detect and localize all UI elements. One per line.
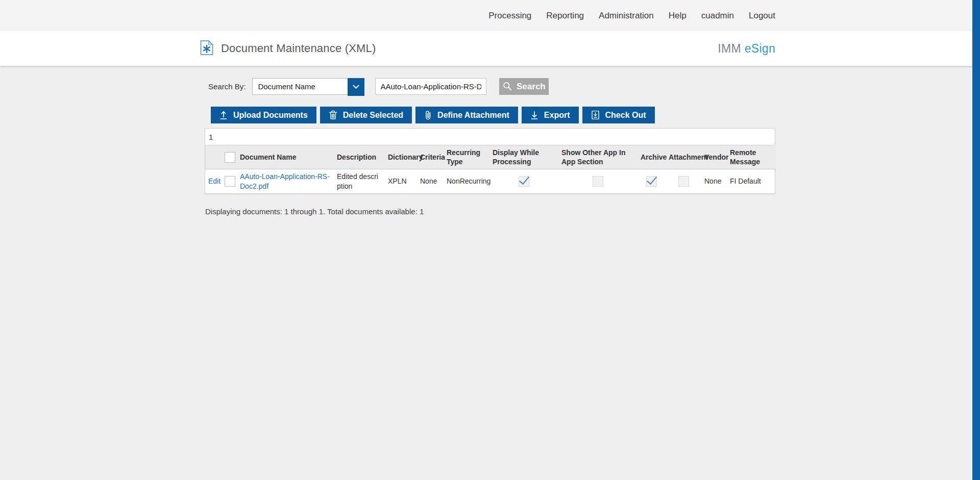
dropdown-arrow-button[interactable] [348,78,364,96]
select-all-header [222,145,237,169]
search-button-label: Search [517,82,546,92]
nav-item-processing[interactable]: Processing [488,11,531,21]
checkout-document-icon [591,110,600,120]
nav-item-logout[interactable]: Logout [749,11,775,21]
col-remote-message: Remote Message [727,145,776,169]
trash-icon [329,110,337,120]
export-button[interactable]: Export [522,107,579,123]
vendor-cell: None [701,169,727,193]
search-button[interactable]: Search [499,78,549,95]
display-while-processing-checkbox [519,176,529,187]
logo-text-imm: IMM [718,42,744,55]
archive-checkbox [646,176,657,187]
search-by-label: Search By: [208,82,246,91]
documents-summary: Displaying documents: 1 through 1. Total… [205,207,775,216]
define-attachment-label: Define Attachment [437,111,509,120]
logo-text-esign: eSign [745,42,775,55]
col-document-name: Document Name [237,145,334,169]
pager-bar: 1 [205,129,775,145]
document-name-link[interactable]: AAuto-Loan-Application-RS-Doc2.pdf [240,172,330,190]
upload-icon [219,110,228,120]
documents-table-panel: 1 Document Name Description Dic [205,128,775,194]
remote-message-cell: FI Default [727,169,776,193]
xml-document-icon [200,40,213,58]
recurring-type-cell: NonRecurring [444,169,489,193]
right-edge-scrollbar[interactable] [972,0,980,480]
col-criteria: Criteria [417,145,444,169]
show-other-app-checkbox [593,176,603,187]
col-display-while-processing: Display While Processing [489,145,558,169]
nav-item-administration[interactable]: Administration [599,11,654,21]
table-row: Edit AAuto-Loan-Application-RS-Doc2.pdf … [205,169,776,193]
documents-table: Document Name Description Dictionary Cri… [205,145,776,194]
chevron-down-icon [353,82,360,89]
description-cell: Edited description [334,169,385,193]
edit-link[interactable]: Edit [208,177,220,185]
upload-documents-label: Upload Documents [233,111,308,120]
col-vendor: Vendor [701,145,727,169]
row-select-checkbox[interactable] [225,176,235,187]
col-show-other-app: Show Other App In App Section [558,145,638,169]
check-out-label: Check Out [605,111,646,120]
search-input[interactable] [375,78,486,95]
criteria-cell: None [417,169,444,193]
edit-column-header [205,145,222,169]
col-recurring-type: Recurring Type [444,145,489,169]
delete-selected-button[interactable]: Delete Selected [320,107,412,123]
check-out-button[interactable]: Check Out [582,107,655,123]
page-number[interactable]: 1 [205,133,213,141]
dictionary-cell: XPLN [385,169,417,193]
search-icon [503,82,512,91]
nav-links: Processing Reporting Administration Help… [488,11,775,21]
page-title: Document Maintenance (XML) [221,42,376,55]
define-attachment-button[interactable]: Define Attachment [415,107,518,123]
paperclip-icon [424,110,432,120]
nav-item-reporting[interactable]: Reporting [546,11,584,21]
col-archive: Archive [638,145,666,169]
top-navigation-bar: Processing Reporting Administration Help… [0,0,980,31]
select-all-checkbox[interactable] [225,152,235,163]
col-description: Description [334,145,385,169]
toolbar: Upload Documents Delete Selected [211,107,775,123]
search-bar: Search By: Document Name Search [208,78,775,95]
upload-documents-button[interactable]: Upload Documents [211,107,316,123]
page-header: Document Maintenance (XML) IMM eSign [0,31,980,66]
imm-esign-logo: IMM eSign [718,42,775,56]
nav-item-username[interactable]: cuadmin [701,11,734,21]
export-label: Export [544,111,570,120]
col-attachment: Attachment [666,145,701,169]
attachment-checkbox [678,176,689,187]
download-icon [530,110,538,120]
nav-item-help[interactable]: Help [669,11,687,21]
table-header-row: Document Name Description Dictionary Cri… [205,145,776,169]
search-by-dropdown[interactable]: Document Name [252,78,364,95]
col-dictionary: Dictionary [385,145,417,169]
delete-selected-label: Delete Selected [343,111,403,120]
